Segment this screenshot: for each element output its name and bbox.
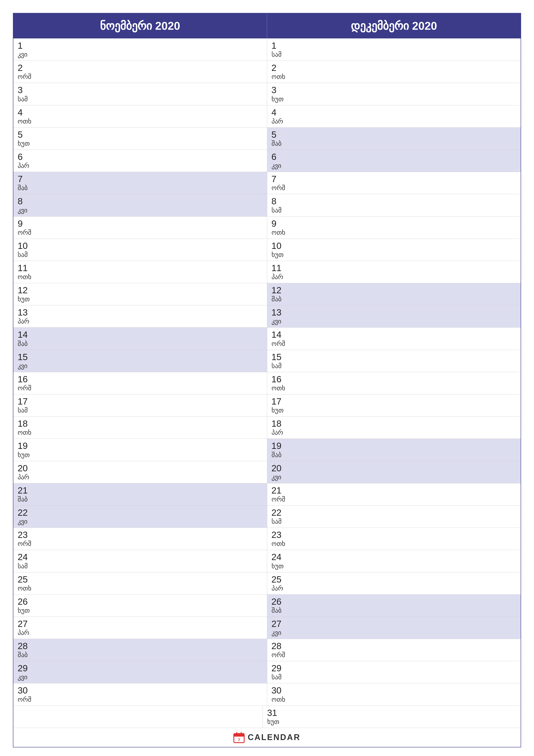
day-number: 16: [271, 374, 517, 384]
day-number: 4: [18, 108, 263, 118]
dec-day-11: 11პარ: [267, 261, 521, 283]
day-number: 22: [271, 508, 517, 518]
dec-day-18: 18პარ: [267, 417, 521, 439]
day-number: 7: [271, 174, 517, 184]
day-number: 14: [18, 330, 263, 339]
day-number: 21: [18, 486, 263, 496]
day-row-28: 28შაბ28ორშ: [13, 639, 521, 661]
day-name: ორშ: [18, 73, 263, 81]
day-name: ხუთ: [18, 451, 263, 459]
day-number: 1: [18, 41, 263, 51]
day-name: პარ: [18, 317, 263, 325]
nov-day-15: 15კვი: [13, 350, 267, 372]
day-name: ორშ: [18, 540, 263, 548]
day-row-27: 27პარ27კვი: [13, 617, 521, 639]
day-name: ორშ: [271, 184, 517, 192]
day-number: 2: [271, 63, 517, 73]
day-number: 28: [271, 641, 517, 651]
day-row-25: 25ოთხ25პარ: [13, 572, 521, 594]
day-number: 11: [271, 263, 517, 273]
day-name: ოთხ: [18, 429, 263, 436]
day-name: ოთხ: [18, 584, 263, 592]
nov-day-14: 14შაბ: [13, 328, 267, 350]
day-number: 15: [271, 352, 517, 362]
day-number: 1: [271, 41, 517, 51]
dec-day-24: 24ხუთ: [267, 550, 521, 572]
day-row-29: 29კვი29სამ: [13, 661, 521, 683]
dec-day-16: 16ოთხ: [267, 372, 521, 394]
day-name: კვი: [271, 473, 517, 481]
day-name: ხუთ: [18, 607, 263, 614]
day-name: ოთხ: [271, 540, 517, 548]
day-name: კვი: [271, 162, 517, 170]
day-name: სამ: [271, 51, 517, 58]
dec-day-4: 4პარ: [267, 105, 521, 127]
nov-day-13: 13პარ: [13, 305, 267, 327]
day-name: პარ: [271, 118, 517, 125]
day-number: 5: [18, 130, 263, 140]
day-number: 14: [271, 330, 517, 339]
day-row-19: 19ხუთ19შაბ: [13, 439, 521, 461]
dec-day-22: 22სამ: [267, 505, 521, 527]
nov-day-4: 4ოთხ: [13, 105, 267, 127]
dec-day-7: 7ორშ: [267, 172, 521, 194]
day-number: 12: [18, 285, 263, 295]
day-name: პარ: [271, 584, 517, 592]
day-row-30: 30ორშ30ოთხ: [13, 683, 521, 705]
dec-day-27: 27კვი: [267, 617, 521, 639]
day-name: ორშ: [18, 696, 263, 703]
nov-day-11: 11ოთხ: [13, 261, 267, 283]
dec-day-9: 9ოთხ: [267, 217, 521, 239]
nov-day-16: 16ორშ: [13, 372, 267, 394]
day-row-10: 10სამ10ხუთ: [13, 239, 521, 261]
dec-day-21: 21ორშ: [267, 483, 521, 505]
footer-row: 7 CALENDAR: [13, 728, 521, 747]
day-number: 8: [18, 196, 263, 206]
day-number: 18: [271, 419, 517, 429]
day-name: სამ: [271, 673, 517, 681]
day-number: 22: [18, 508, 263, 518]
day-name: ორშ: [271, 496, 517, 503]
day-name: პარ: [18, 473, 263, 481]
nov-day-28: 28შაბ: [13, 639, 267, 661]
day-name: სამ: [18, 406, 263, 414]
day-name: კვი: [18, 206, 263, 214]
day-number: 24: [18, 552, 263, 562]
day-number: 25: [18, 575, 263, 584]
dec-day-3: 3ხუთ: [267, 83, 521, 105]
nov-day-22: 22კვი: [13, 505, 267, 527]
day-row-22: 22კვი22სამ: [13, 505, 521, 527]
day-number: 28: [18, 641, 263, 651]
day-name: კვი: [18, 362, 263, 370]
day-name: შაბ: [18, 340, 263, 348]
day-number: 10: [271, 241, 517, 251]
day-row-17: 17სამ17ხუთ: [13, 394, 521, 417]
day-number: 19: [18, 441, 263, 451]
nov-day-2: 2ორშ: [13, 61, 267, 83]
nov-day-6: 6პარ: [13, 150, 267, 172]
dec-day-1: 1სამ: [267, 39, 521, 61]
day-number: 16: [18, 374, 263, 384]
dec-day-15: 15სამ: [267, 350, 521, 372]
november-header: ნოემბერი 2020: [13, 14, 267, 39]
day-name: კვი: [271, 317, 517, 325]
nov-day-9: 9ორშ: [13, 217, 267, 239]
day-number: 10: [18, 241, 263, 251]
day-row-3: 3სამ3ხუთ: [13, 83, 521, 105]
dec-day-6: 6კვი: [267, 150, 521, 172]
day-row-31: 31ხუთ: [13, 706, 521, 728]
nov-day-25: 25ოთხ: [13, 572, 267, 594]
calendar-icon: 7: [233, 732, 244, 743]
nov-day-26: 26ხუთ: [13, 595, 267, 617]
day-row-5: 5ხუთ5შაბ: [13, 127, 521, 149]
day-number: 15: [18, 352, 263, 362]
day-number: 23: [271, 530, 517, 540]
day-row-24: 24სამ24ხუთ: [13, 550, 521, 572]
day-row-12: 12ხუთ12შაბ: [13, 283, 521, 305]
brand-label: CALENDAR: [248, 733, 300, 742]
day-name: ოთხ: [18, 118, 263, 125]
day-number: 20: [271, 463, 517, 473]
day-number: 2: [18, 63, 263, 73]
day-number: 11: [18, 263, 263, 273]
day-number: 13: [271, 308, 517, 317]
